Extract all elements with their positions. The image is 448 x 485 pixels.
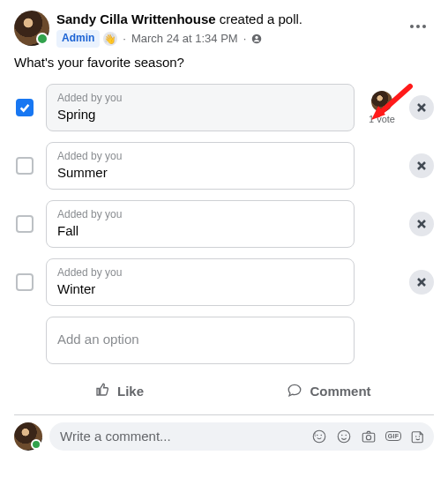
sticker-icon[interactable] bbox=[409, 428, 427, 445]
current-user-avatar[interactable] bbox=[14, 422, 42, 451]
option-card[interactable]: Added by you Fall bbox=[46, 200, 355, 248]
group-icon[interactable] bbox=[251, 34, 262, 44]
svg-point-17 bbox=[366, 435, 370, 439]
option-meta: Added by you bbox=[57, 208, 343, 220]
comment-row: GIF bbox=[14, 422, 434, 451]
action-suffix: created a poll. bbox=[216, 11, 302, 26]
divider bbox=[14, 414, 434, 415]
option-card[interactable]: Added by you Summer bbox=[46, 142, 355, 190]
option-card[interactable]: Added by you Spring bbox=[46, 84, 355, 131]
gif-icon[interactable]: GIF bbox=[385, 428, 402, 445]
comment-input[interactable] bbox=[60, 429, 310, 444]
gif-label: GIF bbox=[385, 431, 402, 441]
remove-option-button[interactable] bbox=[409, 270, 434, 295]
camera-icon[interactable] bbox=[360, 428, 377, 445]
voter-avatar[interactable] bbox=[371, 91, 392, 112]
option-meta: Added by you bbox=[57, 266, 343, 279]
svg-point-12 bbox=[321, 435, 323, 436]
post-actions: Like Comment bbox=[14, 375, 434, 407]
svg-point-11 bbox=[317, 435, 318, 436]
svg-rect-16 bbox=[362, 433, 375, 442]
svg-point-1 bbox=[256, 36, 258, 39]
option-meta: Added by you bbox=[57, 92, 343, 104]
poll-option-row: Added by you Fall bbox=[16, 200, 434, 248]
remove-option-button[interactable] bbox=[409, 153, 434, 178]
comment-label: Comment bbox=[310, 384, 370, 399]
add-option-card[interactable]: Add an option bbox=[46, 317, 355, 364]
header-text: Sandy Cilla Writtenhouse created a poll.… bbox=[56, 11, 395, 48]
option-label: Spring bbox=[57, 107, 343, 122]
comment-button[interactable]: Comment bbox=[224, 375, 434, 407]
dot-separator bbox=[242, 31, 249, 46]
vote-count: 1 vote bbox=[369, 114, 395, 124]
poll-option-row: Added by you Spring 1 vote bbox=[16, 84, 434, 131]
option-label: Summer bbox=[57, 165, 343, 180]
ellipsis-icon bbox=[410, 25, 426, 28]
option-card[interactable]: Added by you Winter bbox=[46, 258, 355, 306]
option-checkbox[interactable] bbox=[16, 157, 34, 175]
meta-line: Admin 👋 March 24 at 1:34 PM bbox=[56, 30, 395, 48]
comment-input-container[interactable]: GIF bbox=[49, 422, 434, 451]
svg-point-18 bbox=[415, 436, 417, 437]
timestamp[interactable]: March 24 at 1:34 PM bbox=[131, 31, 238, 46]
poll-option-row: Added by you Summer bbox=[16, 142, 434, 190]
poll-option-row: Added by you Winter bbox=[16, 258, 434, 306]
like-button[interactable]: Like bbox=[14, 375, 224, 407]
option-meta: Added by you bbox=[57, 150, 343, 162]
post-header: Sandy Cilla Writtenhouse created a poll.… bbox=[14, 11, 434, 48]
svg-point-19 bbox=[419, 436, 421, 437]
wave-badge: 👋 bbox=[103, 32, 117, 46]
add-option-row: Add an option bbox=[16, 317, 434, 364]
emoji-icon[interactable] bbox=[335, 428, 353, 445]
option-checkbox[interactable] bbox=[16, 215, 34, 233]
comment-icon bbox=[287, 382, 302, 400]
admin-badge[interactable]: Admin bbox=[56, 30, 100, 48]
option-label: Fall bbox=[57, 223, 343, 238]
add-option-placeholder: Add an option bbox=[57, 332, 343, 347]
author-line: Sandy Cilla Writtenhouse created a poll. bbox=[56, 11, 395, 28]
comment-icons: GIF bbox=[310, 428, 427, 445]
dot-separator bbox=[121, 31, 128, 46]
svg-point-15 bbox=[346, 435, 347, 436]
option-checkbox[interactable] bbox=[16, 273, 34, 291]
avatar-sticker-icon[interactable] bbox=[310, 428, 328, 445]
remove-option-button[interactable] bbox=[409, 95, 434, 120]
author-name[interactable]: Sandy Cilla Writtenhouse bbox=[56, 11, 216, 26]
remove-option-button[interactable] bbox=[409, 212, 434, 236]
svg-point-14 bbox=[341, 435, 343, 436]
option-label: Winter bbox=[57, 281, 343, 296]
like-label: Like bbox=[117, 384, 144, 399]
author-avatar[interactable] bbox=[14, 11, 49, 46]
poll-options: Added by you Spring 1 vote Added by you … bbox=[14, 84, 434, 364]
poll-question: What's your favorite season? bbox=[14, 55, 434, 70]
thumbs-up-icon bbox=[94, 382, 110, 400]
option-checkbox[interactable] bbox=[16, 99, 34, 116]
vote-column: 1 vote bbox=[367, 91, 397, 124]
post-menu-button[interactable] bbox=[402, 11, 434, 42]
svg-point-13 bbox=[338, 430, 350, 443]
